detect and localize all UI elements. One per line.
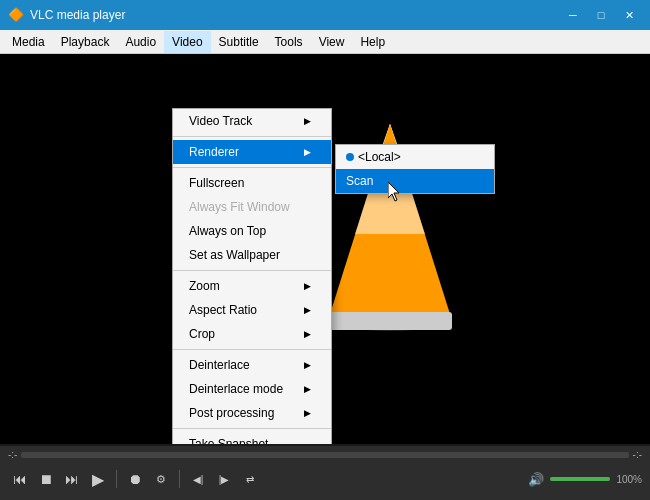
progress-bar[interactable] [21,452,628,458]
stop-button[interactable]: ⏹ [34,468,58,490]
mute-button[interactable]: 🔊 [524,468,548,490]
set-wallpaper-item[interactable]: Set as Wallpaper [173,243,331,267]
arrow-icon: ▶ [304,360,311,370]
svg-rect-5 [328,312,452,330]
arrow-icon: ▶ [304,408,311,418]
arrow-icon: ▶ [304,147,311,157]
renderer-submenu-dropdown: <Local> Scan [335,144,495,194]
menu-video[interactable]: Video [164,31,210,53]
local-renderer-item[interactable]: <Local> [336,145,494,169]
record-button[interactable]: ⏺ [123,468,147,490]
title-bar-text: VLC media player [30,8,560,22]
separator [173,167,331,168]
post-processing-item[interactable]: Post processing ▶ [173,401,331,425]
volume-fill [550,477,610,481]
renderer-item[interactable]: Renderer ▶ [173,140,331,164]
aspect-ratio-item[interactable]: Aspect Ratio ▶ [173,298,331,322]
video-area: Video Track ▶ Renderer ▶ Fullscreen Alwa… [0,54,650,444]
bottom-controls: -:- -:- ⏮ ⏹ ⏭ ▶ ⏺ ⚙ ◀| |▶ ⇄ 🔊 100% [0,446,650,500]
take-snapshot-item[interactable]: Take Snapshot [173,432,331,444]
separator [173,428,331,429]
volume-label: 100% [616,474,642,485]
menu-audio[interactable]: Audio [117,31,164,53]
time-elapsed: -:- [8,449,17,460]
video-track-item[interactable]: Video Track ▶ [173,109,331,133]
deinterlace-mode-item[interactable]: Deinterlace mode ▶ [173,377,331,401]
menu-view[interactable]: View [311,31,353,53]
prev-button[interactable]: ⏮ [8,468,32,490]
video-menu-dropdown: Video Track ▶ Renderer ▶ Fullscreen Alwa… [172,108,332,444]
menu-subtitle[interactable]: Subtitle [211,31,267,53]
fullscreen-item[interactable]: Fullscreen [173,171,331,195]
frame-prev-button[interactable]: ◀| [186,468,210,490]
extended-settings-button[interactable]: ⚙ [149,468,173,490]
menu-media[interactable]: Media [4,31,53,53]
play-pause-button[interactable]: ▶ [86,468,110,490]
scan-item[interactable]: Scan [336,169,494,193]
separator [173,270,331,271]
maximize-button[interactable]: □ [588,5,614,25]
divider [116,470,117,488]
close-button[interactable]: ✕ [616,5,642,25]
arrow-icon: ▶ [304,305,311,315]
time-remaining: -:- [633,449,642,460]
menu-playback[interactable]: Playback [53,31,118,53]
always-on-top-item[interactable]: Always on Top [173,219,331,243]
menu-tools[interactable]: Tools [267,31,311,53]
zoom-item[interactable]: Zoom ▶ [173,274,331,298]
arrow-icon: ▶ [304,116,311,126]
minimize-button[interactable]: ─ [560,5,586,25]
title-bar: 🔶 VLC media player ─ □ ✕ [0,0,650,30]
separator [173,136,331,137]
deinterlace-item[interactable]: Deinterlace ▶ [173,353,331,377]
title-bar-controls: ─ □ ✕ [560,5,642,25]
volume-slider[interactable] [550,477,610,481]
arrow-icon: ▶ [304,329,311,339]
selected-dot-icon [346,153,354,161]
always-fit-item: Always Fit Window [173,195,331,219]
arrow-icon: ▶ [304,384,311,394]
controls-row: ⏮ ⏹ ⏭ ▶ ⏺ ⚙ ◀| |▶ ⇄ 🔊 100% [0,464,650,494]
separator [173,349,331,350]
vlc-icon: 🔶 [8,7,24,23]
menu-bar: Media Playback Audio Video Subtitle Tool… [0,30,650,54]
shuffle-button[interactable]: ⇄ [238,468,262,490]
arrow-icon: ▶ [304,281,311,291]
crop-item[interactable]: Crop ▶ [173,322,331,346]
frame-next-button[interactable]: |▶ [212,468,236,490]
menu-help[interactable]: Help [352,31,393,53]
next-button[interactable]: ⏭ [60,468,84,490]
divider [179,470,180,488]
